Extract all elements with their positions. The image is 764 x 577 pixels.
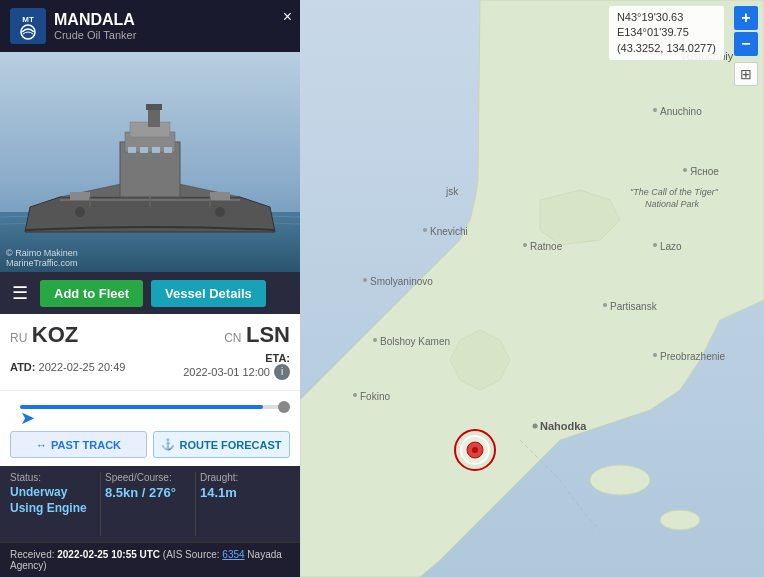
- progress-arrow-icon: ➤: [20, 407, 35, 429]
- svg-point-50: [683, 168, 687, 172]
- svg-text:Anuchino: Anuchino: [660, 106, 702, 117]
- svg-text:jsk: jsk: [445, 186, 459, 197]
- origin-country: RU: [10, 331, 27, 345]
- status-value: Underway Using Engine: [10, 485, 92, 516]
- atd-value: 2022-02-25 20:49: [39, 361, 126, 373]
- svg-text:Lazo: Lazo: [660, 241, 682, 252]
- svg-point-40: [603, 303, 607, 307]
- svg-point-46: [523, 243, 527, 247]
- draught-value: 14.1m: [200, 485, 282, 500]
- svg-rect-15: [210, 192, 230, 200]
- vessel-name: MANDALA: [54, 11, 290, 29]
- svg-text:Fokino: Fokino: [360, 391, 390, 402]
- coord-line3: (43.3252, 134.0277): [617, 41, 716, 56]
- received-section: Received: 2022-02-25 10:55 UTC (AIS Sour…: [0, 542, 300, 577]
- svg-point-24: [660, 510, 700, 530]
- svg-point-20: [75, 207, 85, 217]
- eta-label: ETA:: [183, 352, 290, 364]
- coord-display: N43°19'30.63 E134°01'39.75 (43.3252, 134…: [609, 6, 724, 60]
- svg-text:Knevichi: Knevichi: [430, 226, 468, 237]
- progress-bar-fill: [20, 405, 263, 409]
- atd-block: ATD: 2022-02-25 20:49: [10, 361, 125, 373]
- draught-label: Draught:: [200, 472, 282, 483]
- route-forecast-icon: ⚓: [161, 438, 175, 451]
- zoom-controls: + −: [734, 6, 758, 56]
- route-info-section: RU KOZ CN LSN ATD: 2022-02-25 20:49 ETA:…: [0, 314, 300, 391]
- svg-point-38: [533, 424, 538, 429]
- layers-icon: ⊞: [740, 66, 752, 82]
- svg-point-42: [653, 243, 657, 247]
- map-layers-button[interactable]: ⊞: [734, 62, 758, 86]
- svg-rect-13: [164, 147, 172, 153]
- status-col-draught: Draught: 14.1m: [196, 472, 290, 536]
- vessel-title-block: MANDALA Crude Oil Tanker: [54, 11, 290, 41]
- atd-label: ATD:: [10, 361, 35, 373]
- svg-rect-11: [140, 147, 148, 153]
- route-forecast-button[interactable]: ⚓ ROUTE FORECAST: [153, 431, 290, 458]
- coord-line2: E134°01'39.75: [617, 25, 716, 40]
- status-label: Status:: [10, 472, 92, 483]
- zoom-out-button[interactable]: −: [734, 32, 758, 56]
- svg-point-34: [373, 338, 377, 342]
- svg-text:Smolyaninovo: Smolyaninovo: [370, 276, 433, 287]
- received-prefix: Received:: [10, 549, 57, 560]
- eta-info-icon[interactable]: i: [274, 364, 290, 380]
- add-to-fleet-button[interactable]: Add to Fleet: [40, 280, 143, 307]
- progress-section: ➤: [0, 391, 300, 431]
- svg-rect-10: [128, 147, 136, 153]
- ais-source-link[interactable]: 6354: [222, 549, 244, 560]
- close-button[interactable]: ×: [283, 8, 292, 26]
- dest-country: CN: [224, 331, 241, 345]
- svg-text:"The Call of the Tiger": "The Call of the Tiger": [630, 187, 719, 197]
- route-forecast-label: ROUTE FORECAST: [179, 439, 281, 451]
- speed-label: Speed/Course:: [105, 472, 187, 483]
- coord-line1: N43°19'30.63: [617, 10, 716, 25]
- svg-rect-9: [146, 104, 162, 110]
- origin-port: KOZ: [32, 322, 78, 347]
- svg-text:MT: MT: [22, 15, 34, 24]
- dest-block: CN LSN: [224, 322, 290, 348]
- received-datetime: 2022-02-25 10:55 UTC: [57, 549, 160, 560]
- svg-point-28: [653, 108, 657, 112]
- received-ais-prefix: (AIS Source:: [160, 549, 222, 560]
- map-svg: Vostochniy (text area) Anuchino Knevichi…: [300, 0, 764, 577]
- svg-point-44: [653, 353, 657, 357]
- svg-rect-12: [152, 147, 160, 153]
- svg-point-30: [423, 228, 427, 232]
- svg-point-36: [353, 393, 357, 397]
- eta-block: ETA: 2022-03-01 12:00 i: [183, 352, 290, 380]
- menu-button[interactable]: ☰: [8, 278, 32, 308]
- svg-text:Bolshoy Kamen: Bolshoy Kamen: [380, 336, 450, 347]
- svg-text:Partisansk: Partisansk: [610, 301, 658, 312]
- svg-point-32: [363, 278, 367, 282]
- svg-rect-14: [70, 192, 90, 200]
- svg-text:Ratnoe: Ratnoe: [530, 241, 563, 252]
- past-track-icon: ↔: [36, 439, 47, 451]
- ship-image: © Raimo Makinen MarineTraffic.com: [0, 52, 300, 272]
- svg-text:National Park: National Park: [645, 199, 700, 209]
- svg-text:Preobrazhenie: Preobrazhenie: [660, 351, 725, 362]
- vessel-header: MT MANDALA Crude Oil Tanker ×: [0, 0, 300, 52]
- progress-bar-track: [20, 405, 290, 409]
- speed-value: 8.5kn / 276°: [105, 485, 187, 500]
- status-col-status: Status: Underway Using Engine: [10, 472, 101, 536]
- svg-point-21: [215, 207, 225, 217]
- map-container[interactable]: Vostochniy (text area) Anuchino Knevichi…: [300, 0, 764, 577]
- svg-text:Nahodka: Nahodka: [540, 420, 587, 432]
- vessel-details-button[interactable]: Vessel Details: [151, 280, 266, 307]
- svg-point-23: [590, 465, 650, 495]
- eta-value: 2022-03-01 12:00: [183, 366, 270, 378]
- origin-block: RU KOZ: [10, 322, 78, 348]
- svg-text:Яснoe: Яснoe: [690, 166, 719, 177]
- vessel-type: Crude Oil Tanker: [54, 29, 290, 41]
- status-col-speed: Speed/Course: 8.5kn / 276°: [101, 472, 196, 536]
- past-track-label: PAST TRACK: [51, 439, 121, 451]
- progress-dot: [278, 401, 290, 413]
- svg-point-55: [472, 447, 478, 453]
- photo-credit: © Raimo Makinen MarineTraffic.com: [6, 248, 78, 268]
- status-section: Status: Underway Using Engine Speed/Cour…: [0, 466, 300, 542]
- past-track-button[interactable]: ↔ PAST TRACK: [10, 431, 147, 458]
- left-panel: MT MANDALA Crude Oil Tanker ×: [0, 0, 300, 577]
- vessel-logo: MT: [10, 8, 46, 44]
- zoom-in-button[interactable]: +: [734, 6, 758, 30]
